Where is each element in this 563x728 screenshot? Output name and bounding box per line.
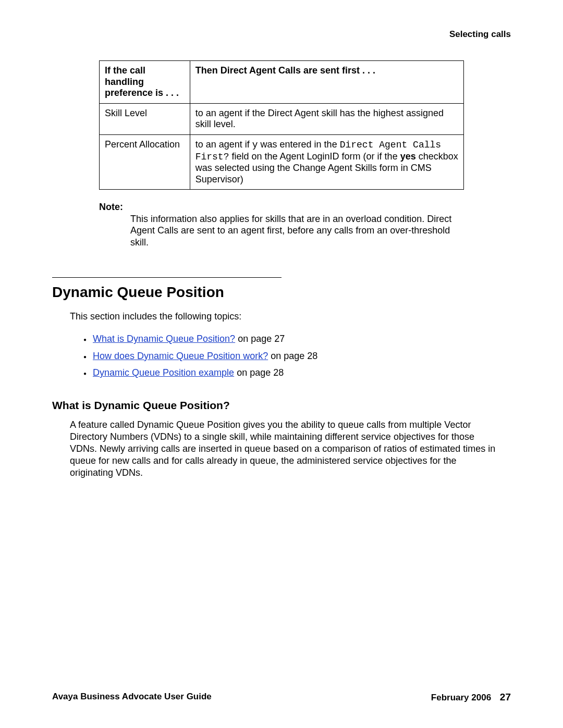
bold-text: yes (400, 151, 416, 162)
note-block: Note: This information also applies for … (99, 201, 464, 248)
table-header-right: Then Direct Agent Calls are sent first .… (190, 61, 463, 104)
table-cell: to an agent if the Direct Agent skill ha… (190, 103, 463, 134)
text: field on the Agent LoginID form (or if t… (229, 151, 400, 162)
code-text: y (252, 140, 258, 150)
section-heading: Dynamic Queue Position (52, 284, 511, 301)
table-cell: to an agent if y was entered in the Dire… (190, 134, 463, 189)
topic-list: What is Dynamic Queue Position? on page … (83, 330, 511, 381)
table-header-left: If the call handling preference is . . . (100, 61, 190, 104)
footer-doc-title: Avaya Business Advocate User Guide (52, 692, 212, 702)
note-label: Note: (99, 201, 464, 213)
sub-heading: What is Dynamic Queue Position? (52, 399, 511, 412)
link-dqp-example[interactable]: Dynamic Queue Position example (93, 367, 234, 378)
section-rule (52, 277, 282, 278)
text: on page 28 (234, 367, 284, 378)
list-item: Dynamic Queue Position example on page 2… (83, 364, 511, 381)
link-how-does-dqp-work[interactable]: How does Dynamic Queue Position work? (93, 351, 268, 361)
table-row: Skill Level to an agent if the Direct Ag… (100, 103, 464, 134)
footer-date: February 2006 (431, 693, 491, 702)
note-text: This information also applies for skills… (130, 213, 464, 249)
body-paragraph: A feature called Dynamic Queue Position … (70, 419, 497, 479)
text: on page 28 (268, 351, 317, 361)
preference-table: If the call handling preference is . . .… (99, 60, 464, 190)
intro-text: This section includes the following topi… (70, 311, 511, 322)
table-cell: Skill Level (100, 103, 190, 134)
list-item: How does Dynamic Queue Position work? on… (83, 348, 511, 364)
running-head: Selecting calls (52, 29, 511, 40)
page: Selecting calls If the call handling pre… (0, 0, 563, 728)
table-cell: Percent Allocation (100, 134, 190, 189)
text: was entered in the (258, 139, 340, 150)
page-footer: Avaya Business Advocate User Guide Febru… (52, 692, 511, 703)
page-number: 27 (500, 692, 511, 702)
list-item: What is Dynamic Queue Position? on page … (83, 330, 511, 347)
text: on page 27 (235, 334, 285, 344)
table-row: Percent Allocation to an agent if y was … (100, 134, 464, 189)
link-what-is-dqp[interactable]: What is Dynamic Queue Position? (93, 334, 235, 344)
text: to an agent if (195, 139, 252, 150)
